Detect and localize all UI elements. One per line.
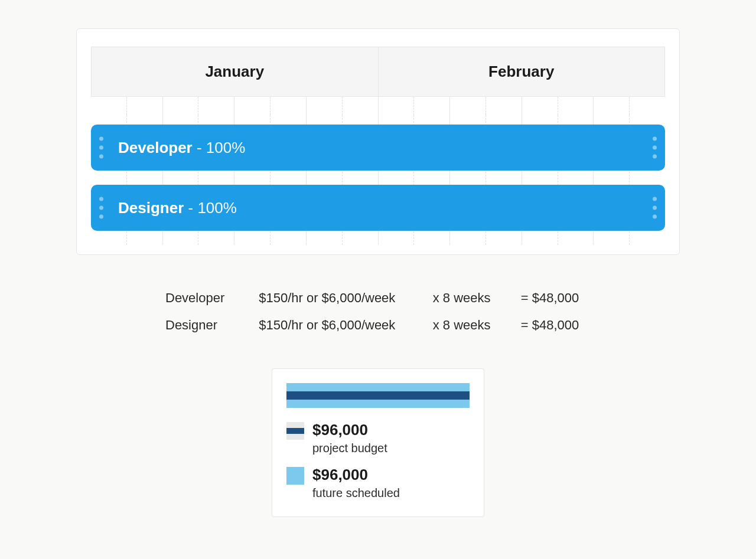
week-cell	[522, 97, 558, 115]
swatch-project-budget-icon	[286, 422, 304, 440]
week-cell	[414, 97, 450, 115]
cost-role: Developer	[165, 290, 235, 306]
gantt-bar-label: Developer - 100%	[118, 139, 245, 157]
week-grid	[91, 96, 665, 115]
legend-label: future scheduled	[312, 486, 400, 500]
legend-amount: $96,000	[312, 466, 400, 484]
week-cell	[127, 97, 163, 115]
gantt-role-pct: 100%	[197, 199, 237, 217]
cost-total: = $48,000	[521, 290, 591, 306]
gantt-bar-label: Designer - 100%	[118, 199, 237, 217]
legend-row-future-scheduled: $96,000 future scheduled	[286, 466, 470, 500]
month-header-february: February	[379, 47, 665, 96]
cost-rate: $150/hr or $6,000/week	[259, 318, 409, 333]
gantt-role-name: Developer	[118, 139, 193, 156]
week-cell	[594, 97, 630, 115]
legend-label: project budget	[312, 442, 387, 455]
month-headers: January February	[91, 47, 665, 96]
week-cell	[558, 97, 594, 115]
legend-amount: $96,000	[312, 421, 387, 439]
budget-progress-bar	[286, 383, 470, 408]
week-cell	[91, 97, 127, 115]
cost-duration: x 8 weeks	[433, 290, 497, 306]
gantt-card: January February	[76, 28, 680, 255]
gantt-bar-designer[interactable]: Designer - 100%	[91, 185, 665, 231]
cost-duration: x 8 weeks	[433, 318, 497, 333]
week-cell	[307, 97, 343, 115]
cost-row: Developer $150/hr or $6,000/week x 8 wee…	[165, 285, 591, 312]
week-cell	[630, 97, 665, 115]
gantt-inner: January February	[91, 47, 665, 245]
cost-table: Developer $150/hr or $6,000/week x 8 wee…	[165, 285, 591, 339]
legend-row-project-budget: $96,000 project budget	[286, 421, 470, 455]
gantt-role-pct: 100%	[206, 139, 246, 156]
month-header-january: January	[92, 47, 379, 96]
cost-role: Designer	[165, 318, 235, 333]
cost-total: = $48,000	[521, 318, 591, 333]
drag-handle-left-icon[interactable]	[99, 137, 103, 159]
drag-handle-left-icon[interactable]	[99, 197, 103, 219]
cost-rate: $150/hr or $6,000/week	[259, 290, 409, 306]
legend-text: $96,000 project budget	[312, 421, 387, 455]
rows-area: Developer - 100% Designer - 100%	[91, 115, 665, 245]
week-cell	[379, 97, 415, 115]
week-cell	[163, 97, 199, 115]
budget-card: $96,000 project budget $96,000 future sc…	[272, 368, 484, 517]
drag-handle-right-icon[interactable]	[653, 197, 657, 219]
budget-progress-inner	[286, 391, 470, 400]
week-cell	[450, 97, 486, 115]
week-cell	[271, 97, 307, 115]
week-cell	[486, 97, 522, 115]
week-cell	[343, 97, 379, 115]
week-cell	[198, 97, 234, 115]
gantt-bar-developer[interactable]: Developer - 100%	[91, 125, 665, 171]
gantt-role-name: Designer	[118, 199, 184, 217]
week-cell	[234, 97, 271, 115]
cost-row: Designer $150/hr or $6,000/week x 8 week…	[165, 312, 591, 339]
drag-handle-right-icon[interactable]	[653, 137, 657, 159]
legend-text: $96,000 future scheduled	[312, 466, 400, 500]
swatch-future-scheduled-icon	[286, 467, 304, 485]
